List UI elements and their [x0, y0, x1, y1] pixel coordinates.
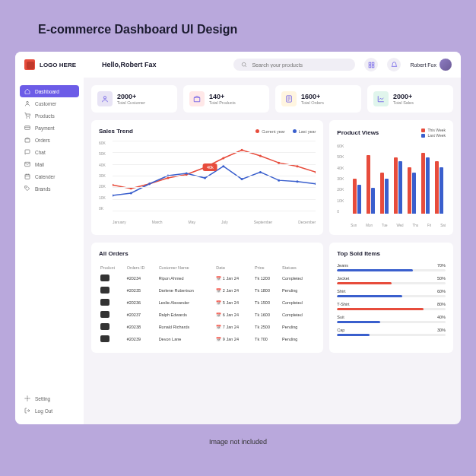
- svg-point-34: [241, 178, 243, 180]
- sidebar-item-customer[interactable]: Customer: [20, 97, 79, 109]
- sales-trend-card: Sales Trend Current year Last year 60K50…: [91, 120, 323, 235]
- sidebar-item-calender[interactable]: Calender: [20, 170, 79, 182]
- sold-item: Jacket50%: [337, 276, 446, 284]
- table-row[interactable]: #20236Leslie Alexander📅 5 Jan 24Tk 1500C…: [99, 297, 316, 309]
- top-sold-card: Top Sold Items Jeans70%Jacket50%Shirt60%…: [329, 243, 453, 353]
- svg-point-28: [130, 192, 132, 195]
- cart-icon: [24, 113, 30, 119]
- stat-card: 2000+Total Sales: [367, 85, 453, 113]
- search-box[interactable]: [233, 59, 355, 71]
- page-title: E-commerce Dashboard UI Design: [38, 23, 461, 36]
- sold-item: Jeans70%: [337, 263, 446, 271]
- sales-trend-chart[interactable]: 60K50K40K30K20K10K0K 40k JanuaryMarchMay…: [99, 141, 316, 224]
- svg-point-25: [296, 165, 298, 167]
- sidebar-item-orders[interactable]: Orders: [20, 134, 79, 146]
- stat-card: 2000+Total Customer: [91, 85, 177, 113]
- orders-icon: [281, 91, 297, 106]
- sidebar-item-payment[interactable]: Payment: [20, 122, 79, 134]
- stat-card: 140+Total Products: [183, 85, 269, 113]
- svg-point-12: [27, 398, 28, 399]
- gear-icon: [24, 395, 30, 401]
- orders-title: All Orders: [99, 250, 316, 257]
- table-row[interactable]: #20238Ronald Richards📅 7 Jan 24Tk 2500Pe…: [99, 321, 316, 333]
- stats-row: 2000+Total Customer140+Total Products160…: [91, 85, 453, 113]
- svg-point-15: [113, 184, 114, 186]
- search-input[interactable]: [252, 62, 347, 68]
- logo[interactable]: LOGO HERE: [24, 59, 93, 70]
- product-views-chart[interactable]: 60K50K40K30K20K10K0 SunMonTueWedThuFriSa…: [337, 144, 446, 227]
- sales-icon: [373, 91, 389, 106]
- logout-icon: [24, 408, 30, 414]
- topbar: LOGO HERE Hello,Robert Fax Robert Fox: [15, 52, 461, 78]
- svg-rect-8: [25, 126, 30, 130]
- svg-point-33: [222, 165, 224, 167]
- orders-table: ProductOrders IDCustomer NameDatePriceSt…: [99, 263, 316, 345]
- svg-point-6: [27, 118, 27, 119]
- trend-legend: Current year Last year: [255, 129, 316, 134]
- svg-point-32: [204, 177, 206, 179]
- sales-trend-title: Sales Trend: [99, 128, 133, 135]
- card-icon: [24, 125, 30, 131]
- svg-point-7: [29, 118, 30, 119]
- svg-rect-4: [372, 65, 374, 68]
- user-icon: [24, 100, 30, 106]
- product-thumb: [100, 299, 109, 306]
- product-views-title: Product Views: [337, 129, 379, 136]
- box-icon: [189, 91, 205, 106]
- tag-icon: [24, 186, 30, 192]
- user-menu[interactable]: Robert Fox: [410, 59, 452, 71]
- table-row[interactable]: #20239Devon Lane📅 9 Jan 24Tk 700Pending: [99, 333, 316, 345]
- box-icon: [24, 137, 30, 143]
- table-row[interactable]: #20234Ripon Ahmed📅 1 Jan 24Tk 1200Comple…: [99, 272, 316, 284]
- svg-point-36: [278, 179, 280, 182]
- product-thumb: [100, 335, 109, 342]
- svg-point-5: [27, 101, 29, 103]
- sidebar-item-brands[interactable]: Brands: [20, 182, 79, 195]
- calendar-icon: [24, 173, 30, 179]
- svg-rect-3: [369, 65, 371, 68]
- bell-icon: [391, 62, 398, 68]
- svg-point-27: [113, 195, 114, 197]
- product-thumb: [100, 287, 109, 294]
- chart-tooltip: 40k: [203, 163, 217, 171]
- user-name: Robert Fox: [410, 62, 436, 68]
- sidebar-item-setting[interactable]: Setting: [20, 392, 79, 405]
- svg-point-29: [148, 182, 151, 185]
- grid-icon: [368, 62, 375, 68]
- sold-item: Suit40%: [337, 315, 446, 323]
- svg-point-38: [315, 182, 316, 185]
- svg-point-23: [259, 154, 262, 157]
- product-views-card: Product Views This Week Last Week 60K50K…: [329, 120, 453, 235]
- sidebar-item-products[interactable]: Products: [20, 109, 79, 122]
- svg-point-37: [296, 180, 298, 182]
- chat-icon: [24, 149, 30, 155]
- product-thumb: [100, 323, 109, 330]
- search-icon: [241, 62, 247, 68]
- footer-note: Image not included: [15, 438, 461, 446]
- svg-point-22: [241, 149, 243, 151]
- sidebar: DashboardCustomerProductsPaymentOrdersCh…: [15, 78, 84, 424]
- sidebar-item-mail[interactable]: Mail: [20, 158, 79, 170]
- svg-point-13: [103, 97, 106, 99]
- sidebar-item-log out[interactable]: Log Out: [20, 405, 79, 417]
- table-row[interactable]: #20237Ralph Edwards📅 6 Jan 24Tk 1600Comp…: [99, 309, 316, 321]
- product-thumb: [100, 311, 109, 318]
- avatar: [440, 59, 452, 71]
- mail-icon: [24, 161, 30, 167]
- svg-point-18: [167, 177, 169, 179]
- notification-button[interactable]: [387, 58, 401, 71]
- sold-item: T-Shirt80%: [337, 302, 446, 310]
- dashboard-app: LOGO HERE Hello,Robert Fax Robert Fox Da…: [15, 52, 461, 424]
- sidebar-item-chat[interactable]: Chat: [20, 146, 79, 158]
- sidebar-item-dashboard[interactable]: Dashboard: [20, 85, 79, 97]
- svg-point-11: [26, 187, 27, 188]
- sold-item: Cap30%: [337, 328, 446, 336]
- table-row[interactable]: #20235Darlene Robertson📅 2 Jan 24Tk 1800…: [99, 284, 316, 297]
- apps-button[interactable]: [364, 58, 378, 71]
- main-content: 2000+Total Customer140+Total Products160…: [84, 78, 461, 424]
- svg-rect-10: [25, 174, 30, 179]
- svg-rect-1: [369, 62, 371, 65]
- topsold-title: Top Sold Items: [337, 250, 446, 257]
- svg-rect-2: [372, 62, 374, 65]
- home-icon: [24, 88, 30, 94]
